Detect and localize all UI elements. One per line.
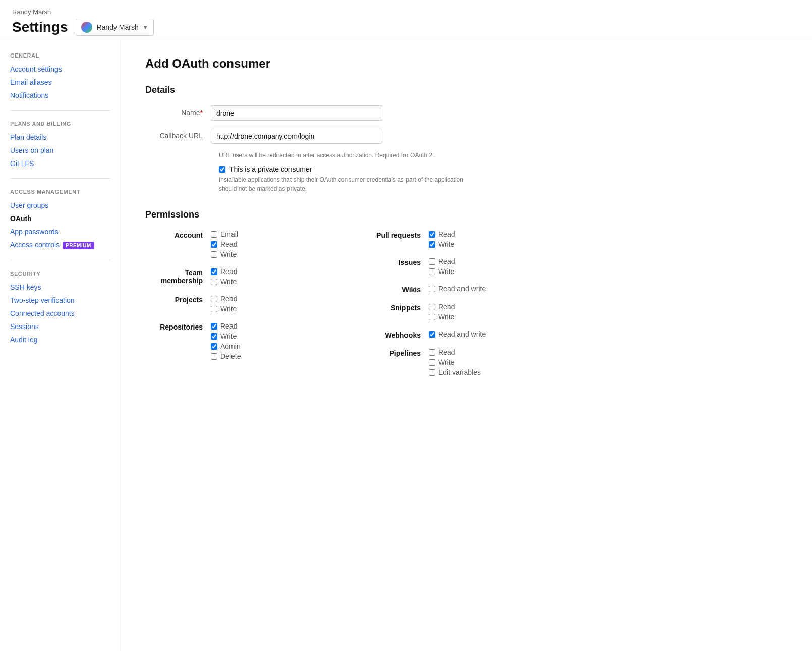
perm-group-name: Team membership bbox=[145, 267, 211, 285]
sidebar-section-label-0: GENERAL bbox=[10, 52, 110, 59]
perm-options: ReadWriteEdit variables bbox=[429, 348, 481, 376]
perm-checkbox-read[interactable] bbox=[429, 231, 435, 238]
perm-option: Read bbox=[211, 295, 237, 303]
perm-checkbox-write[interactable] bbox=[429, 268, 435, 275]
perm-group-name: Snippets bbox=[363, 303, 429, 312]
perm-option: Delete bbox=[211, 352, 241, 360]
sidebar-section-label-1: PLANS AND BILLING bbox=[10, 121, 110, 127]
private-consumer-hint: Installable applications that ship their… bbox=[219, 175, 481, 193]
top-header: Randy Marsh Settings Randy Marsh ▼ bbox=[0, 0, 812, 40]
perm-option: Read and write bbox=[429, 285, 486, 293]
perm-option-label: Write bbox=[220, 250, 237, 258]
perm-checkbox-write[interactable] bbox=[211, 251, 217, 258]
sidebar-item-notifications[interactable]: Notifications bbox=[10, 89, 110, 102]
name-input[interactable] bbox=[211, 105, 382, 121]
perm-option-label: Read and write bbox=[438, 330, 486, 338]
perm-checkbox-write[interactable] bbox=[211, 306, 217, 312]
perm-option-label: Read bbox=[220, 240, 237, 248]
perm-option-label: Read bbox=[438, 303, 455, 311]
perm-checkbox-write[interactable] bbox=[211, 279, 217, 285]
perm-option: Write bbox=[429, 313, 455, 321]
main-content: Add OAuth consumer Details Name* Callbac… bbox=[121, 40, 575, 651]
perm-option: Write bbox=[211, 332, 241, 340]
user-avatar bbox=[81, 22, 92, 33]
perm-option: Write bbox=[429, 240, 455, 248]
sidebar-item-two-step-verification[interactable]: Two-step verification bbox=[10, 294, 110, 307]
perm-option: Read bbox=[429, 348, 481, 356]
sidebar-item-user-groups[interactable]: User groups bbox=[10, 199, 110, 212]
perm-group-name: Repositories bbox=[145, 322, 211, 331]
perm-group-team-membership: Team membershipReadWrite bbox=[145, 267, 333, 286]
perm-option-label: Admin bbox=[220, 342, 241, 350]
perm-option-label: Edit variables bbox=[438, 368, 481, 376]
perm-checkbox-read-and-write[interactable] bbox=[429, 286, 435, 292]
perm-checkbox-admin[interactable] bbox=[211, 343, 217, 350]
perm-checkbox-email[interactable] bbox=[211, 231, 217, 238]
perm-option-label: Delete bbox=[220, 352, 241, 360]
sidebar-item-oauth[interactable]: OAuth bbox=[10, 212, 110, 225]
user-dropdown-button[interactable]: Randy Marsh ▼ bbox=[76, 19, 153, 36]
perm-checkbox-read[interactable] bbox=[211, 323, 217, 330]
perm-option-label: Email bbox=[220, 230, 238, 238]
callback-url-input[interactable] bbox=[211, 129, 382, 144]
perm-option: Read and write bbox=[429, 330, 486, 338]
perm-checkbox-write[interactable] bbox=[429, 241, 435, 248]
perm-checkbox-read[interactable] bbox=[211, 241, 217, 248]
perm-checkbox-write[interactable] bbox=[429, 359, 435, 366]
sidebar-divider bbox=[10, 260, 110, 260]
perm-checkbox-edit-variables[interactable] bbox=[429, 369, 435, 376]
perm-checkbox-read[interactable] bbox=[211, 296, 217, 302]
permissions-grid: AccountEmailReadWriteTeam membershipRead… bbox=[145, 230, 551, 386]
perm-checkbox-read[interactable] bbox=[211, 268, 217, 275]
settings-title-row: Settings Randy Marsh ▼ bbox=[12, 19, 800, 36]
details-section: Details Name* Callback URL URL users wil… bbox=[145, 85, 551, 193]
private-consumer-checkbox[interactable] bbox=[219, 166, 225, 173]
sidebar-item-sessions[interactable]: Sessions bbox=[10, 320, 110, 333]
perm-checkbox-write[interactable] bbox=[429, 314, 435, 320]
callback-url-label: Callback URL bbox=[145, 129, 211, 140]
sidebar-item-audit-log[interactable]: Audit log bbox=[10, 333, 110, 346]
private-consumer-row: This is a private consumer bbox=[219, 165, 551, 173]
perm-option-label: Read bbox=[220, 295, 237, 303]
perm-checkbox-read[interactable] bbox=[429, 258, 435, 265]
sidebar-item-users-on-plan[interactable]: Users on plan bbox=[10, 144, 110, 157]
perm-option-label: Write bbox=[220, 305, 237, 313]
permissions-section: Permissions AccountEmailReadWriteTeam me… bbox=[145, 209, 551, 386]
required-star: * bbox=[200, 108, 203, 117]
sidebar-divider bbox=[10, 110, 110, 111]
sidebar-item-plan-details[interactable]: Plan details bbox=[10, 131, 110, 144]
user-name-small: Randy Marsh bbox=[12, 8, 800, 16]
perm-options: ReadWrite bbox=[429, 230, 455, 248]
perm-group-issues: IssuesReadWrite bbox=[363, 257, 551, 276]
sidebar-divider bbox=[10, 178, 110, 179]
perm-options: ReadWriteAdminDelete bbox=[211, 322, 241, 360]
perm-option: Read bbox=[429, 303, 455, 311]
sidebar-item-account-settings[interactable]: Account settings bbox=[10, 63, 110, 76]
perm-checkbox-write[interactable] bbox=[211, 333, 217, 340]
perm-group-name: Pipelines bbox=[363, 348, 429, 357]
private-consumer-label[interactable]: This is a private consumer bbox=[229, 165, 312, 173]
perm-option-label: Read bbox=[220, 267, 237, 276]
sidebar-section-label-2: ACCESS MANAGEMENT bbox=[10, 189, 110, 195]
perm-group-wikis: WikisRead and write bbox=[363, 285, 551, 294]
sidebar-item-access-controls[interactable]: Access controlsPREMIUM bbox=[10, 238, 110, 252]
content-area: GENERALAccount settingsEmail aliasesNoti… bbox=[0, 40, 812, 651]
perm-group-webhooks: WebhooksRead and write bbox=[363, 330, 551, 339]
perm-option-label: Read bbox=[438, 230, 455, 238]
sidebar-item-ssh-keys[interactable]: SSH keys bbox=[10, 281, 110, 294]
perm-option: Edit variables bbox=[429, 368, 481, 376]
perm-option: Read bbox=[429, 230, 455, 238]
perm-group-pipelines: PipelinesReadWriteEdit variables bbox=[363, 348, 551, 376]
perm-checkbox-delete[interactable] bbox=[211, 353, 217, 360]
perm-group-snippets: SnippetsReadWrite bbox=[363, 303, 551, 321]
perm-checkbox-read[interactable] bbox=[429, 304, 435, 310]
perm-option-label: Read and write bbox=[438, 285, 486, 293]
perm-checkbox-read-and-write[interactable] bbox=[429, 331, 435, 338]
page-settings-title: Settings bbox=[12, 19, 68, 35]
perm-checkbox-read[interactable] bbox=[429, 349, 435, 356]
perm-options: EmailReadWrite bbox=[211, 230, 238, 258]
sidebar-item-connected-accounts[interactable]: Connected accounts bbox=[10, 307, 110, 320]
sidebar-item-git-lfs[interactable]: Git LFS bbox=[10, 157, 110, 170]
sidebar-item-email-aliases[interactable]: Email aliases bbox=[10, 76, 110, 89]
sidebar-item-app-passwords[interactable]: App passwords bbox=[10, 225, 110, 238]
